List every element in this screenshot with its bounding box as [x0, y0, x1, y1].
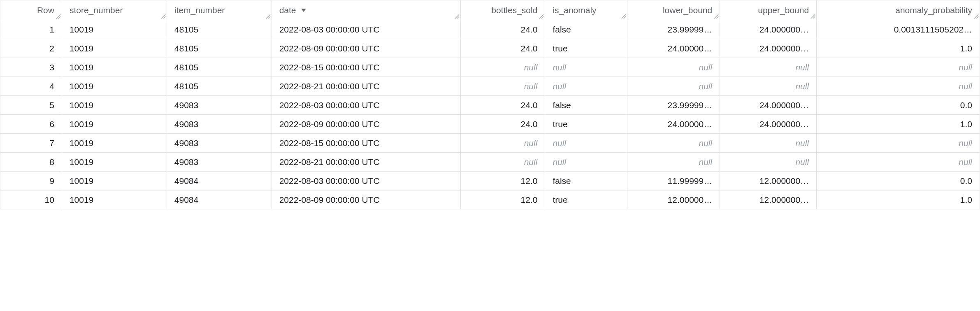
cell-lb: 24.00000… — [627, 39, 720, 58]
cell-store: 10019 — [62, 153, 167, 172]
column-resize-handle[interactable] — [810, 13, 815, 19]
cell-date: 2022-08-03 00:00:00 UTC — [272, 20, 461, 39]
column-header-label: is_anomaly — [553, 5, 596, 15]
table-row: 810019490832022-08-21 00:00:00 UTCnullnu… — [0, 153, 980, 172]
cell-item: 48105 — [167, 20, 272, 39]
cell-prob: 0.0 — [817, 172, 980, 190]
column-resize-handle[interactable] — [620, 13, 626, 19]
cell-lb: null — [627, 134, 720, 153]
cell-is_anom: null — [545, 134, 627, 153]
column-header-store[interactable]: store_number — [62, 0, 167, 20]
cell-prob: 0.0013111505202… — [817, 20, 980, 39]
cell-is_anom: true — [545, 190, 627, 209]
column-header-is_anom[interactable]: is_anomaly — [545, 0, 627, 20]
svg-line-11 — [624, 16, 626, 19]
cell-ub: 24.000000… — [720, 39, 817, 58]
cell-lb: 23.99999… — [627, 96, 720, 115]
table-row: 310019481052022-08-15 00:00:00 UTCnullnu… — [0, 58, 980, 77]
cell-prob: null — [817, 153, 980, 172]
column-header-row[interactable]: Row — [0, 0, 62, 20]
table-row: 1010019490842022-08-09 00:00:00 UTC12.0t… — [0, 190, 980, 209]
cell-item: 49083 — [167, 134, 272, 153]
cell-row: 7 — [0, 134, 62, 153]
cell-store: 10019 — [62, 77, 167, 96]
cell-lb: 24.00000… — [627, 115, 720, 134]
column-resize-handle[interactable] — [265, 13, 271, 19]
svg-line-14 — [811, 14, 815, 19]
cell-prob: null — [817, 134, 980, 153]
column-header-ub[interactable]: upper_bound — [720, 0, 817, 20]
column-resize-handle[interactable] — [454, 13, 460, 19]
cell-row: 4 — [0, 77, 62, 96]
column-resize-handle[interactable] — [713, 13, 719, 19]
column-header-label: anomaly_probability — [895, 5, 972, 15]
svg-line-12 — [714, 14, 718, 19]
svg-line-15 — [813, 16, 815, 19]
cell-store: 10019 — [62, 39, 167, 58]
cell-bottles: 24.0 — [461, 39, 545, 58]
column-resize-handle[interactable] — [55, 13, 61, 19]
svg-line-5 — [268, 16, 270, 19]
table-row: 910019490842022-08-03 00:00:00 UTC12.0fa… — [0, 172, 980, 190]
cell-store: 10019 — [62, 96, 167, 115]
cell-bottles: null — [461, 58, 545, 77]
cell-row: 10 — [0, 190, 62, 209]
cell-date: 2022-08-09 00:00:00 UTC — [272, 115, 461, 134]
column-header-date[interactable]: date — [272, 0, 461, 20]
cell-is_anom: false — [545, 172, 627, 190]
cell-bottles: 12.0 — [461, 172, 545, 190]
column-resize-handle[interactable] — [973, 13, 979, 19]
table-row: 610019490832022-08-09 00:00:00 UTC24.0tr… — [0, 115, 980, 134]
svg-line-17 — [976, 16, 978, 19]
column-resize-handle[interactable] — [538, 13, 544, 19]
cell-date: 2022-08-03 00:00:00 UTC — [272, 172, 461, 190]
cell-ub: null — [720, 77, 817, 96]
table-row: 410019481052022-08-21 00:00:00 UTCnullnu… — [0, 77, 980, 96]
cell-row: 6 — [0, 115, 62, 134]
sort-descending-icon — [300, 7, 307, 14]
cell-store: 10019 — [62, 134, 167, 153]
column-header-label: upper_bound — [758, 5, 809, 15]
column-header-item[interactable]: item_number — [167, 0, 272, 20]
cell-item: 48105 — [167, 58, 272, 77]
cell-item: 48105 — [167, 77, 272, 96]
results-table: Rowstore_numberitem_numberdatebottles_so… — [0, 0, 980, 209]
svg-line-0 — [56, 14, 60, 19]
cell-ub: null — [720, 153, 817, 172]
cell-prob: 1.0 — [817, 190, 980, 209]
column-resize-handle[interactable] — [160, 13, 166, 19]
cell-lb: null — [627, 77, 720, 96]
cell-row: 2 — [0, 39, 62, 58]
cell-item: 48105 — [167, 39, 272, 58]
cell-item: 49083 — [167, 115, 272, 134]
cell-item: 49083 — [167, 96, 272, 115]
svg-line-13 — [716, 16, 718, 19]
column-header-lb[interactable]: lower_bound — [627, 0, 720, 20]
svg-line-2 — [161, 14, 165, 19]
cell-lb: 23.99999… — [627, 20, 720, 39]
column-header-prob[interactable]: anomaly_probability — [817, 0, 980, 20]
column-header-bottles[interactable]: bottles_sold — [461, 0, 545, 20]
cell-bottles: 12.0 — [461, 190, 545, 209]
cell-ub: 24.000000… — [720, 20, 817, 39]
table-row: 510019490832022-08-03 00:00:00 UTC24.0fa… — [0, 96, 980, 115]
cell-store: 10019 — [62, 58, 167, 77]
cell-store: 10019 — [62, 115, 167, 134]
column-header-label: lower_bound — [663, 5, 712, 15]
cell-ub: 24.000000… — [720, 115, 817, 134]
cell-item: 49083 — [167, 153, 272, 172]
svg-line-6 — [455, 14, 459, 19]
svg-line-16 — [974, 14, 978, 19]
cell-bottles: 24.0 — [461, 96, 545, 115]
cell-ub: 24.000000… — [720, 96, 817, 115]
table-row: 710019490832022-08-15 00:00:00 UTCnullnu… — [0, 134, 980, 153]
cell-date: 2022-08-21 00:00:00 UTC — [272, 77, 461, 96]
cell-bottles: null — [461, 134, 545, 153]
cell-ub: 12.000000… — [720, 172, 817, 190]
cell-store: 10019 — [62, 172, 167, 190]
cell-ub: null — [720, 58, 817, 77]
cell-row: 8 — [0, 153, 62, 172]
column-header-label: bottles_sold — [491, 5, 537, 15]
cell-ub: null — [720, 134, 817, 153]
cell-ub: 12.000000… — [720, 190, 817, 209]
